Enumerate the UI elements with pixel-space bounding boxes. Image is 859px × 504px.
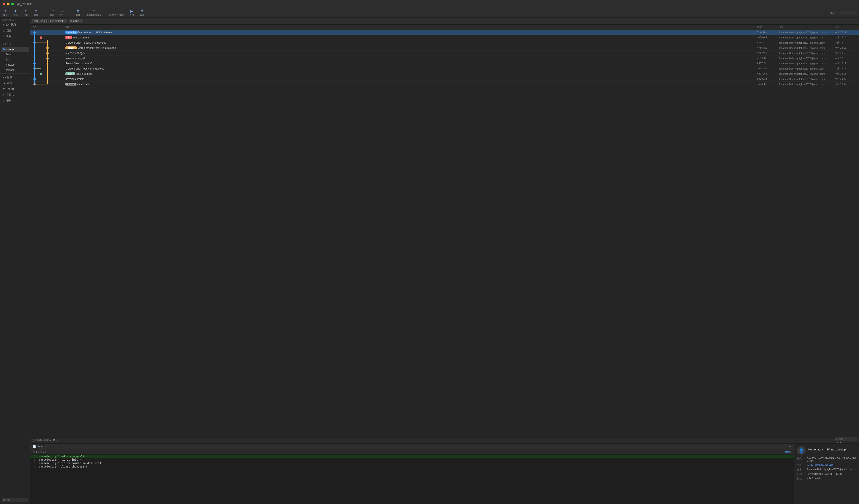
- table-row[interactable]: release: change2 ffefbf3 Jonathan Dai <n…: [30, 50, 859, 56]
- commit-date: 今天 18:17: [833, 31, 859, 34]
- commit-author: Jonathan Dai <nightghost5078@gmail.com>: [777, 31, 833, 34]
- commit-author: Jonathan Dai <nightghost5078@gmail.com>: [777, 36, 833, 39]
- sidebar-item-feat-x[interactable]: feat-x: [1, 52, 29, 57]
- commit-date: 今天 18:13: [833, 46, 859, 49]
- collapse-btn[interactable]: 闭合块: [784, 450, 792, 454]
- commit-author: Jonathan Dai <nightghost5078@gmail.com>: [777, 83, 833, 86]
- subtree-icon: ⊢: [3, 99, 5, 102]
- sidebar-item-tags[interactable]: 🏷 标签: [1, 75, 29, 80]
- sidebar-item-stash[interactable]: ⊞ 已贮藏: [1, 86, 29, 92]
- all-branches-label: 所有分支: [33, 19, 43, 23]
- branches-label: 分支: [7, 42, 12, 46]
- sidebar-item-remotes[interactable]: ☁ 远端: [1, 80, 29, 86]
- sidebar-item-fix[interactable]: fix: [1, 57, 29, 62]
- commit-button[interactable]: ⬆ 提交: [2, 9, 9, 17]
- commit-hash: 592071c: [755, 77, 777, 80]
- commit-desc: feat: x commit: [73, 36, 89, 39]
- push-label: 推送: [24, 13, 28, 16]
- sidebar-item-master[interactable]: master: [1, 62, 29, 67]
- header-graph: 图表: [30, 26, 64, 29]
- desc-col: develop commit: [64, 77, 755, 80]
- table-row[interactable]: Revert "feat: x commit" bd37b5b Jonathan…: [30, 61, 859, 66]
- graph-col: [30, 56, 64, 61]
- fetch-button[interactable]: ⟳ 抓取: [33, 9, 40, 17]
- more-options-icon[interactable]: •••: [789, 445, 792, 448]
- table-row[interactable]: ↑ feat-x feat: x commit 6aa7c65 Jonathan…: [30, 71, 859, 76]
- svg-point-34: [40, 73, 42, 75]
- diff-search-input[interactable]: [839, 438, 856, 440]
- remote-label: 显示远程服务器: [86, 13, 102, 16]
- maximize-button[interactable]: [11, 3, 14, 5]
- sidebar-item-search[interactable]: ⌕ 搜索: [1, 34, 29, 39]
- sidebar-item-submodules[interactable]: ⊡ 子模块: [1, 92, 29, 97]
- pull-button[interactable]: ⬇ 拉取: [12, 9, 19, 17]
- goto-input[interactable]: [840, 11, 857, 15]
- toolbar-right: 跳转：: [830, 11, 857, 15]
- list-view-icon[interactable]: ☰: [52, 439, 55, 442]
- all-branches-select[interactable]: 所有分支 ▾: [32, 19, 47, 23]
- branch-tag-develop: ↑ develop: [65, 31, 77, 34]
- merge-button[interactable]: ⑂ 合并: [59, 9, 66, 17]
- show-remote-button[interactable]: ⊙ 显示远程服务器: [85, 9, 103, 17]
- sidebar: WORKSPACE ≡ 文件状态 ◷ 历史 ⌕ 搜索 ⎇ 分支 develop: [0, 18, 30, 504]
- commit-desc: init commit: [77, 83, 90, 86]
- desc-col: ↑ fix feat: x commit: [64, 36, 755, 39]
- table-row[interactable]: ↑ develop Merge branch 'fix' into develo…: [30, 30, 859, 35]
- table-row[interactable]: ↑ fix feat: x commit da10ec1 Jonathan Da…: [30, 35, 859, 40]
- commit-tags-value: HEAD develop: [807, 477, 822, 480]
- commit-author: Jonathan Dai <nightghost5078@gmail.com>: [777, 78, 833, 80]
- show-remote-select[interactable]: 显示远程分支 ▾: [48, 19, 67, 23]
- table-row[interactable]: ↑ release Merge branch 'feat-x' into rel…: [30, 45, 859, 50]
- remotes-label: 远端: [7, 81, 12, 85]
- finder-button[interactable]: ⌕ 在 Finder 中显示: [106, 9, 125, 17]
- branch-tag-feat-x: ↑ feat-x: [65, 72, 75, 75]
- push-button[interactable]: ⬆ 推送: [22, 9, 29, 17]
- file-name: index.js: [37, 445, 46, 448]
- diff-line: 4 console.log("release changes1");: [30, 465, 794, 468]
- parent-link-2[interactable]: da10ec1bcc: [820, 463, 833, 467]
- sidebar-item-file-status[interactable]: ≡ 文件状态: [1, 22, 29, 27]
- merge-icon: ⑂: [62, 10, 63, 13]
- terminal-button[interactable]: ▶ 终端: [128, 9, 135, 17]
- sidebar-item-history[interactable]: ◷ 历史: [1, 28, 29, 33]
- sidebar-divider-2: [0, 73, 30, 74]
- table-row[interactable]: ↑ master init commit 7b738b2 Jonathan Da…: [30, 82, 859, 87]
- commit-icon: ⬆: [4, 10, 6, 13]
- sort-dropdown-icon: ▾: [50, 439, 51, 442]
- commit-date: 今天 18:16: [833, 36, 859, 39]
- table-row[interactable]: develop commit 592071c Jonathan Dai <nig…: [30, 76, 859, 82]
- close-button[interactable]: [3, 3, 5, 5]
- commit-author: Jonathan Dai <nightghost5078@gmail.com>: [777, 42, 833, 44]
- commit-author: Jonathan Dai <nightghost5078@gmail.com>: [777, 57, 833, 60]
- table-row[interactable]: Merge branch 'release' into develop 4735…: [30, 40, 859, 45]
- branch-button[interactable]: ⎇ 分支: [49, 9, 56, 17]
- settings-button[interactable]: ⚙ 设置: [139, 9, 146, 17]
- release-label: release: [6, 68, 14, 72]
- commit-date: 今天 18:07: [833, 82, 859, 86]
- workspace-header: WORKSPACE: [0, 18, 30, 22]
- dropdown-icon-remote: ▾: [64, 20, 66, 22]
- graph-col: [30, 50, 64, 56]
- feat-x-label: feat-x: [6, 53, 13, 56]
- stash-button[interactable]: ⊞ 贮藏: [75, 9, 81, 17]
- sidebar-item-subtree[interactable]: ⊢ 子树: [1, 98, 29, 104]
- sort-order-select[interactable]: 层级顺序 ▾: [69, 19, 84, 23]
- svg-point-0: [33, 31, 36, 33]
- graph-col: [30, 66, 64, 71]
- diff-search-icon: ⌕: [836, 438, 838, 441]
- bottom-panel: 已依照路径排序 ▾ ☰ ▾ ⌕ ⟳ ▾: [30, 437, 859, 504]
- commit-author: Jonathan Dai <nightghost5078@gmail.com>: [777, 47, 833, 49]
- parent-link-1[interactable]: 473527d698: [807, 463, 820, 467]
- toolbar-sep-1: [44, 10, 44, 16]
- commit-hash: 4c83c8e: [755, 57, 777, 60]
- dropdown-icon-branches: ▾: [44, 20, 45, 22]
- settings-label: 设置: [140, 13, 144, 16]
- table-row[interactable]: release: change1 4c83c8e Jonathan Dai <n…: [30, 56, 859, 61]
- sidebar-item-develop[interactable]: develop: [1, 47, 29, 51]
- sidebar-item-release[interactable]: release: [1, 67, 29, 72]
- window-title: git_test (Git): [17, 2, 33, 5]
- table-row[interactable]: Merge branch 'feat-x' into develop fd63c…: [30, 66, 859, 71]
- settings-icon: ⚙: [140, 10, 144, 13]
- minimize-button[interactable]: [7, 3, 10, 5]
- sidebar-search-input[interactable]: [2, 498, 28, 502]
